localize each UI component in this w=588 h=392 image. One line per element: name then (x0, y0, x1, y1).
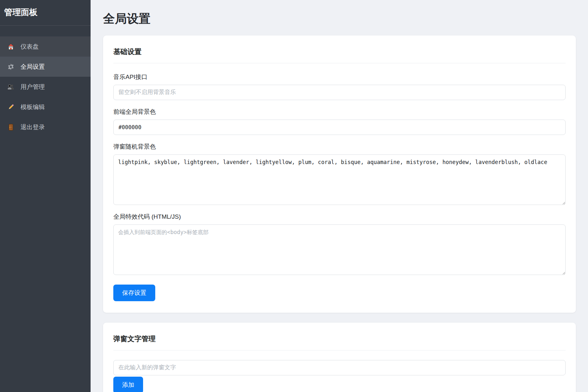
effects-code-field: 全局特效代码 (HTML/JS) (113, 213, 566, 275)
popup-text-card: 弹窗文字管理 添加 (103, 323, 576, 392)
effects-code-label: 全局特效代码 (HTML/JS) (113, 213, 566, 221)
popup-text-input[interactable] (113, 360, 566, 375)
app-title: 管理面板 (0, 0, 91, 25)
effects-code-textarea[interactable] (113, 224, 566, 275)
popup-colors-textarea[interactable]: lightpink, skyblue, lightgreen, lavender… (113, 154, 566, 205)
music-api-label: 音乐API接口 (113, 73, 566, 81)
sidebar-item-label: 仪表盘 (20, 43, 39, 51)
basic-settings-heading: 基础设置 (113, 47, 566, 63)
sidebar: 管理面板 仪表盘 全局设置 (0, 0, 91, 392)
popup-text-heading: 弹窗文字管理 (113, 334, 566, 350)
sidebar-item-logout[interactable]: 退出登录 (0, 117, 91, 137)
sidebar-divider (0, 25, 91, 26)
music-api-input[interactable] (113, 85, 566, 100)
main-content: 全局设置 基础设置 音乐API接口 前端全局背景色 弹窗随机背景色 lightp… (91, 0, 588, 392)
popup-colors-label: 弹窗随机背景色 (113, 143, 566, 151)
sidebar-item-template-edit[interactable]: 模板编辑 (0, 97, 91, 117)
sidebar-item-global-settings[interactable]: 全局设置 (0, 57, 91, 77)
bg-color-field: 前端全局背景色 (113, 108, 566, 135)
home-icon (6, 43, 15, 51)
music-api-field: 音乐API接口 (113, 73, 566, 100)
sidebar-item-label: 模板编辑 (20, 103, 45, 111)
bg-color-input[interactable] (113, 120, 566, 135)
sidebar-item-user-management[interactable]: 用户管理 (0, 77, 91, 97)
gear-icon (6, 63, 15, 71)
users-icon (6, 83, 15, 91)
sidebar-item-dashboard[interactable]: 仪表盘 (0, 36, 91, 57)
door-icon (6, 123, 15, 131)
basic-settings-card: 基础设置 音乐API接口 前端全局背景色 弹窗随机背景色 lightpink, … (103, 35, 576, 313)
sidebar-item-label: 用户管理 (20, 83, 45, 91)
sidebar-item-label: 退出登录 (20, 123, 45, 131)
add-button[interactable]: 添加 (113, 377, 143, 392)
bg-color-label: 前端全局背景色 (113, 108, 566, 116)
page-title: 全局设置 (103, 12, 576, 26)
pencil-icon (6, 103, 15, 111)
sidebar-item-label: 全局设置 (20, 63, 45, 71)
sidebar-nav: 仪表盘 全局设置 用户管理 (0, 36, 91, 137)
save-settings-button[interactable]: 保存设置 (113, 285, 155, 301)
popup-colors-field: 弹窗随机背景色 lightpink, skyblue, lightgreen, … (113, 143, 566, 205)
